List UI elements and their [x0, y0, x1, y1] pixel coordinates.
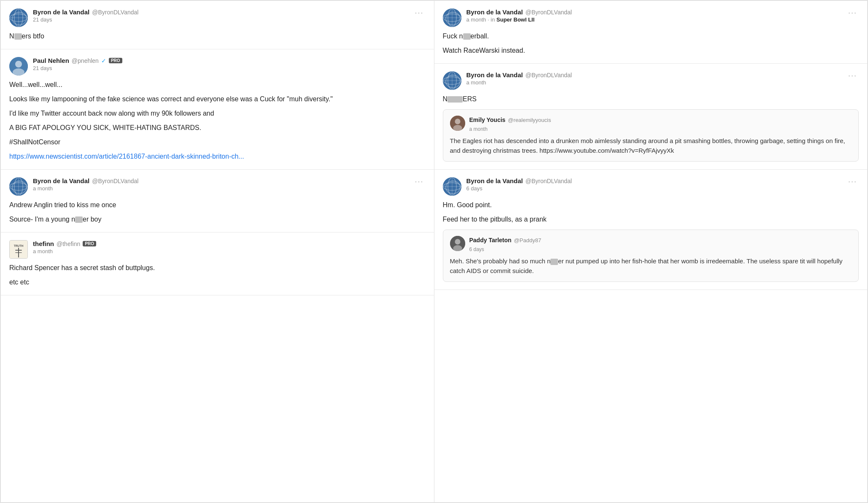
post-menu-button[interactable]: ···: [413, 177, 425, 186]
post-text: Andrew Anglin tried to kiss me once: [9, 200, 426, 210]
post-time: 6 days: [466, 185, 846, 192]
post-link[interactable]: https://www.newscientist.com/article/216…: [9, 153, 244, 160]
author-name-row: Byron de la Vandal@ByronDLVandal: [466, 71, 846, 78]
post-body: Fuck n erball.Watch RaceWarski instead.: [443, 31, 859, 56]
avatar: [443, 71, 461, 90]
author-info: Byron de la Vandal@ByronDLVandala month …: [466, 8, 846, 23]
quoted-post-header: Paddy Tarleton@Paddy876 days: [450, 236, 852, 253]
author-handle: @ByronDLVandal: [526, 178, 572, 184]
post-text: etc etc: [9, 277, 426, 287]
author-name: Byron de la Vandal: [466, 71, 523, 78]
post-card: Paul Nehlen@pnehlen✓PRO21 daysWell...wel…: [1, 49, 434, 170]
svg-point-37: [455, 239, 460, 244]
post-time: a month · in Super Bowl LII: [466, 16, 846, 23]
right-column: Byron de la Vandal@ByronDLVandala month …: [434, 1, 868, 502]
post-time: 21 days: [33, 65, 426, 71]
quoted-post-body: Meh. She's probably had so much n er nut…: [450, 257, 852, 276]
author-name-row: Byron de la Vandal@ByronDLVandal: [466, 8, 846, 16]
post-body: Andrew Anglin tried to kiss me onceSourc…: [9, 200, 426, 224]
svg-point-1: [14, 9, 23, 27]
post-text: Hm. Good point.: [443, 200, 859, 210]
post-text: Feed her to the pitbulls, as a prank: [443, 214, 859, 224]
verified-badge: ✓: [101, 57, 106, 64]
post-card: TRUTH thefinn@thefinnPROa monthRichard S…: [1, 233, 434, 295]
post-menu-button[interactable]: ···: [846, 8, 859, 17]
author-info: Paul Nehlen@pnehlen✓PRO21 days: [33, 57, 426, 71]
post-time: 21 days: [33, 16, 413, 23]
avatar: [450, 116, 465, 131]
post-header: TRUTH thefinn@thefinnPROa month: [9, 240, 426, 259]
author-name-row: thefinn@thefinnPRO: [33, 240, 426, 247]
post-body: N ers btfo: [9, 31, 426, 41]
quoted-post-header: Emily Youcis@realemilyyoucisa month: [450, 116, 852, 133]
svg-point-33: [443, 183, 461, 190]
post-menu-button[interactable]: ···: [846, 177, 859, 186]
quoted-post: Emily Youcis@realemilyyoucisa monthThe E…: [443, 109, 859, 162]
author-name-row: Byron de la Vandal@ByronDLVandal: [466, 177, 846, 184]
post-text: https://www.newscientist.com/article/216…: [9, 151, 426, 162]
quoted-author-info: Paddy Tarleton@Paddy876 days: [469, 236, 852, 253]
post-text: #ShallNotCensor: [9, 137, 426, 147]
avatar: [9, 177, 28, 196]
post-text: Well...well...well...: [9, 80, 426, 90]
censored-text: [14, 33, 22, 40]
svg-point-19: [448, 9, 456, 27]
avatar: [9, 8, 28, 27]
post-header: Byron de la Vandal@ByronDLVandal6 days··…: [443, 177, 859, 196]
post-header: Byron de la Vandal@ByronDLVandala month …: [443, 8, 859, 27]
author-name: Byron de la Vandal: [33, 8, 89, 16]
page-wrapper: Byron de la Vandal@ByronDLVandal21 days·…: [0, 0, 868, 503]
post-card: Byron de la Vandal@ByronDLVandal6 days··…: [434, 170, 868, 290]
author-name: Byron de la Vandal: [33, 177, 89, 184]
post-text: I'd like my Twitter account back now alo…: [9, 108, 426, 119]
post-body: Hm. Good point.Feed her to the pitbulls,…: [443, 200, 859, 282]
avatar: [443, 8, 461, 27]
avatar: [9, 57, 28, 76]
avatar: [450, 236, 465, 251]
censored-text: [550, 259, 558, 265]
author-name: Byron de la Vandal: [466, 177, 523, 184]
quoted-author-handle: @realemilyyoucis: [508, 116, 551, 124]
post-text: N ERS: [443, 94, 859, 104]
post-menu-button[interactable]: ···: [413, 8, 425, 17]
quoted-author-info: Emily Youcis@realemilyyoucisa month: [469, 116, 852, 133]
post-header: Paul Nehlen@pnehlen✓PRO21 days: [9, 57, 426, 76]
quoted-author-name-row: Paddy Tarleton@Paddy87: [469, 236, 852, 245]
post-time: a month: [466, 79, 846, 86]
svg-point-6: [15, 61, 22, 68]
author-name-row: Byron de la Vandal@ByronDLVandal: [33, 8, 413, 16]
author-name-row: Byron de la Vandal@ByronDLVandal: [33, 177, 413, 184]
quoted-post-body: The Eagles riot has descended into a dru…: [450, 136, 852, 155]
author-handle: @ByronDLVandal: [526, 9, 572, 16]
author-handle: @thefinn: [57, 241, 80, 247]
post-time: a month: [33, 248, 426, 254]
post-header: Byron de la Vandal@ByronDLVandala month·…: [9, 177, 426, 196]
svg-point-32: [448, 178, 456, 195]
censored-text: [447, 96, 463, 103]
post-text: N ers btfo: [9, 31, 426, 41]
post-text: A BIG FAT APOLOGY YOU SICK, WHITE-HATING…: [9, 123, 426, 133]
post-body: N ERS Emily Youcis@realemilyyoucisa mont…: [443, 94, 859, 162]
left-column: Byron de la Vandal@ByronDLVandal21 days·…: [1, 1, 434, 502]
author-name: Byron de la Vandal: [466, 8, 523, 16]
quoted-post-time: a month: [469, 125, 852, 133]
post-time: a month: [33, 185, 413, 192]
post-card: Byron de la Vandal@ByronDLVandala month·…: [1, 170, 434, 233]
author-handle: @ByronDLVandal: [92, 178, 138, 184]
censored-text: [463, 33, 471, 40]
quoted-author-name: Paddy Tarleton: [469, 236, 512, 245]
post-text: Richard Spencer has a secret stash of bu…: [9, 263, 426, 273]
community-label[interactable]: Super Bowl LII: [496, 16, 534, 23]
post-body: Richard Spencer has a secret stash of bu…: [9, 263, 426, 287]
svg-point-24: [448, 72, 456, 89]
post-card: Byron de la Vandal@ByronDLVandala month …: [434, 1, 868, 64]
post-card: Byron de la Vandal@ByronDLVandala month·…: [434, 64, 868, 170]
pro-badge: PRO: [109, 58, 122, 63]
author-info: thefinn@thefinnPROa month: [33, 240, 426, 254]
post-body: Well...well...well...Looks like my lampo…: [9, 80, 426, 162]
pro-badge: PRO: [83, 241, 96, 246]
svg-point-9: [14, 178, 23, 195]
quoted-author-handle: @Paddy87: [514, 236, 542, 245]
svg-point-25: [443, 77, 461, 84]
post-menu-button[interactable]: ···: [846, 71, 859, 80]
